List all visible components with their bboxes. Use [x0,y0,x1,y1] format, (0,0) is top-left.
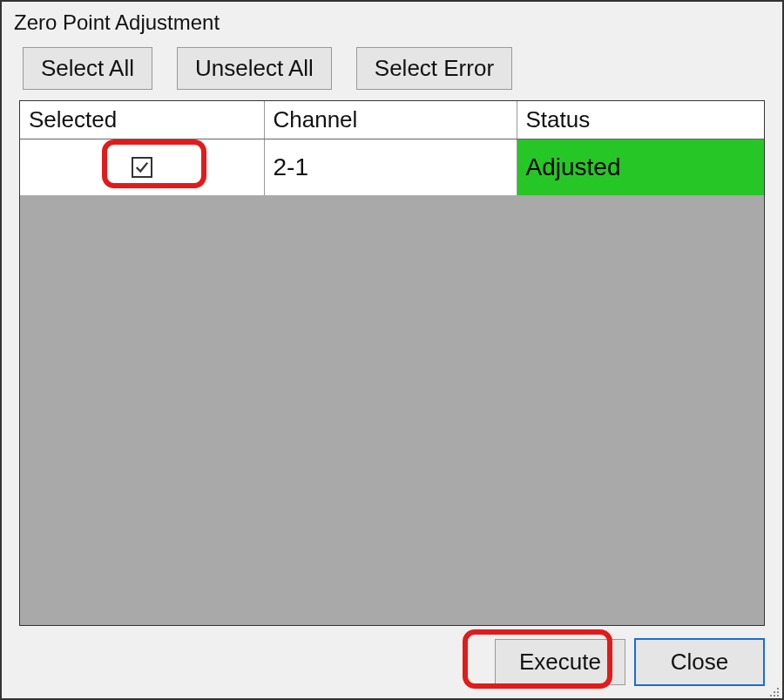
table-container: Selected Channel Status 2-1 Adjusted [19,100,765,626]
select-all-button[interactable]: Select All [23,47,152,90]
cell-selected [20,139,264,195]
table-row[interactable]: 2-1 Adjusted [20,139,764,195]
dialog-window: Zero Point Adjustment Select All Unselec… [0,0,784,700]
cell-status: Adjusted [517,139,764,195]
dialog-footer: Execute Close [2,638,782,698]
toolbar: Select All Unselect All Select Error [2,47,782,100]
close-button[interactable]: Close [634,638,765,686]
window-title: Zero Point Adjustment [2,2,782,47]
header-channel[interactable]: Channel [264,101,517,139]
header-selected[interactable]: Selected [20,101,264,139]
row-checkbox[interactable] [132,157,152,178]
execute-button[interactable]: Execute [495,639,625,685]
cell-channel: 2-1 [264,139,517,195]
check-icon [134,160,150,175]
select-error-button[interactable]: Select Error [356,47,512,90]
header-status[interactable]: Status [517,101,764,139]
table-header-row: Selected Channel Status [20,101,764,139]
resize-grip-icon[interactable] [768,686,779,697]
channels-table: Selected Channel Status 2-1 Adjusted [20,101,764,195]
unselect-all-button[interactable]: Unselect All [177,47,332,90]
